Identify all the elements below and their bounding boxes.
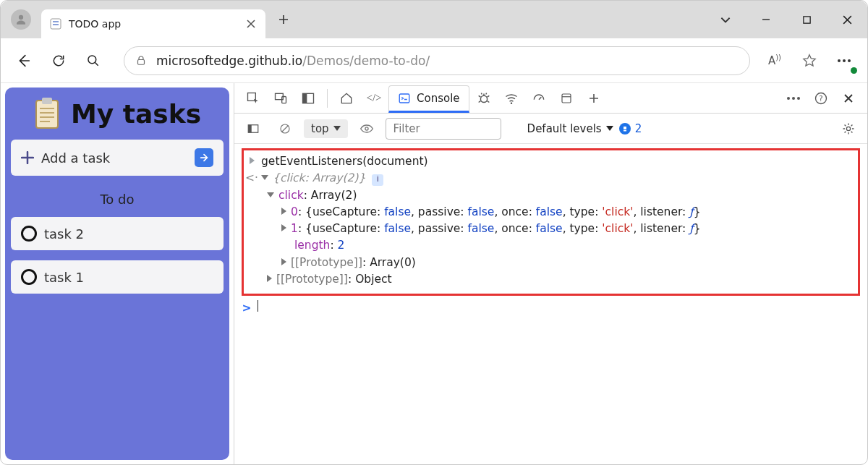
elements-tab[interactable]: </> [361, 85, 387, 111]
info-badge-icon[interactable]: i [372, 174, 383, 186]
toggle-sidebar-button[interactable] [240, 116, 266, 142]
dock-icon [301, 91, 315, 106]
issues-button[interactable]: 2 [619, 122, 642, 135]
close-tab-icon[interactable] [245, 18, 257, 30]
console-settings-button[interactable] [835, 116, 861, 142]
browser-tab[interactable]: TODO app [41, 9, 265, 38]
application-icon [560, 92, 573, 105]
click-array-row[interactable]: click: Array(2) [247, 187, 854, 204]
svg-point-19 [510, 102, 512, 104]
minimize-button[interactable] [746, 4, 786, 35]
console-output[interactable]: getEventListeners(document) <· {click: A… [234, 144, 867, 464]
expand-toggle-icon[interactable] [281, 208, 286, 215]
svg-rect-17 [399, 94, 409, 103]
performance-tab[interactable] [526, 85, 552, 111]
network-tab[interactable] [498, 85, 524, 111]
prompt-chevron-icon: > [242, 300, 252, 317]
read-aloud-icon: A)) [768, 54, 781, 67]
chevron-down-icon [719, 13, 732, 26]
plus-icon [588, 93, 600, 104]
expand-toggle-icon[interactable] [267, 275, 272, 282]
code-icon: </> [366, 92, 381, 104]
app-heading: My tasks [71, 99, 201, 129]
length-row: length: 2 [247, 237, 854, 254]
svg-point-5 [88, 55, 96, 63]
expand-toggle-icon[interactable] [261, 175, 268, 180]
svg-rect-20 [562, 94, 571, 103]
search-page-button[interactable] [77, 45, 109, 77]
close-icon [843, 93, 854, 104]
clear-console-button[interactable] [272, 116, 298, 142]
chevron-down-icon [606, 126, 613, 131]
expand-toggle-icon[interactable] [281, 258, 286, 265]
devtools-close-button[interactable] [835, 85, 861, 111]
context-label: top [311, 122, 329, 135]
entry-row[interactable]: 0: {useCapture: false, passive: false, o… [247, 204, 854, 221]
levels-label: Default levels [527, 122, 602, 135]
bug-icon [476, 90, 492, 106]
arrow-right-icon [199, 153, 209, 163]
svg-rect-11 [42, 98, 52, 104]
live-expression-button[interactable] [354, 116, 380, 142]
devtools-help-button[interactable]: ? [808, 85, 834, 111]
wifi-icon [504, 91, 519, 106]
maximize-button[interactable] [786, 4, 827, 35]
app-title: My tasks [11, 98, 224, 129]
svg-point-8 [843, 59, 846, 62]
welcome-tab[interactable] [333, 85, 359, 111]
input-expression: getEventListeners(document) [261, 153, 428, 170]
submit-task-button[interactable] [195, 148, 213, 167]
svg-rect-31 [624, 130, 626, 132]
svg-point-22 [792, 97, 795, 100]
entry-row[interactable]: 1: {useCapture: false, passive: false, o… [247, 221, 854, 237]
issue-badge-icon [619, 123, 631, 135]
home-icon [339, 91, 354, 106]
expand-toggle-icon[interactable] [281, 224, 286, 231]
expand-toggle-icon[interactable] [267, 192, 274, 197]
inspect-element-button[interactable] [240, 85, 266, 111]
svg-rect-10 [36, 101, 58, 128]
todo-app-pane: My tasks Add a task To do task 2 task 1 [5, 88, 229, 460]
eye-icon [359, 121, 374, 136]
tab-title: TODO app [69, 18, 238, 30]
console-tab[interactable]: Console [388, 85, 469, 113]
svg-rect-27 [248, 124, 252, 132]
application-tab[interactable] [553, 85, 579, 111]
svg-point-0 [19, 15, 23, 20]
address-bar: microsoftedge.github.io/Demos/demo-to-do… [1, 38, 867, 83]
text-cursor [258, 300, 258, 312]
more-tabs-button[interactable] [581, 85, 607, 111]
execution-context-selector[interactable]: top [304, 119, 348, 138]
section-heading: To do [11, 192, 224, 207]
device-toggle-button[interactable] [268, 85, 294, 111]
clipboard-icon [33, 98, 61, 129]
profile-avatar[interactable] [11, 9, 31, 30]
sources-tab[interactable] [471, 85, 497, 111]
search-icon [86, 54, 101, 68]
log-levels-selector[interactable]: Default levels [527, 122, 613, 135]
url-field[interactable]: microsoftedge.github.io/Demos/demo-to-do… [124, 46, 750, 75]
favorite-button[interactable] [793, 45, 825, 77]
prototype-row[interactable]: [[Prototype]]: Array(0) [247, 255, 854, 271]
task-checkbox[interactable] [21, 269, 37, 285]
console-prompt[interactable]: > [242, 300, 860, 317]
devtools-menu-button[interactable] [780, 85, 807, 111]
new-tab-button[interactable] [271, 7, 296, 32]
read-aloud-button[interactable]: A)) [759, 45, 791, 77]
filter-input[interactable] [386, 118, 501, 140]
back-button[interactable] [8, 45, 40, 77]
console-toolbar: top Default levels 2 [234, 114, 867, 144]
person-icon [14, 13, 27, 26]
result-summary-row[interactable]: <· {click: Array(2)} i [247, 170, 854, 187]
task-checkbox[interactable] [21, 226, 37, 242]
caret-down-button[interactable] [705, 4, 746, 35]
reload-button[interactable] [43, 45, 75, 77]
chevron-down-icon [333, 126, 341, 131]
close-window-button[interactable] [827, 4, 867, 35]
settings-menu-button[interactable] [828, 45, 860, 77]
add-task-button[interactable]: Add a task [11, 140, 224, 176]
prototype-row[interactable]: [[Prototype]]: Object [247, 271, 854, 288]
task-item[interactable]: task 1 [11, 260, 224, 294]
dock-side-button[interactable] [295, 85, 321, 111]
task-item[interactable]: task 2 [11, 217, 224, 250]
